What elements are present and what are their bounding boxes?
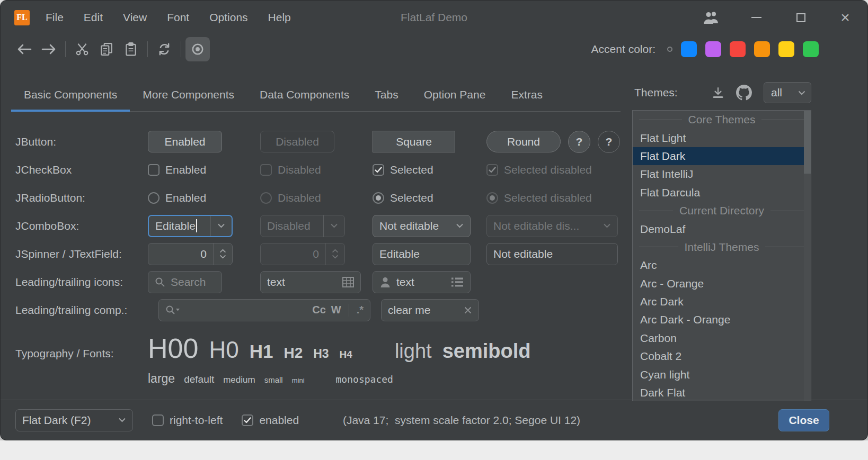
themes-separator: Core Themes	[633, 111, 811, 129]
spinner-buttons[interactable]	[213, 243, 232, 265]
tab-tabs[interactable]: Tabs	[362, 88, 411, 112]
leading-trailing-comp-row: Leading/trailing comp.: Cc W .* clear me	[15, 296, 625, 324]
accent-swatch-yellow[interactable]	[778, 41, 794, 57]
back-button[interactable]	[12, 37, 37, 61]
themes-separator: Current Directory	[633, 202, 811, 220]
theme-item-flat-light[interactable]: Flat Light	[633, 129, 811, 147]
themes-filter-value: all	[764, 86, 793, 99]
spinner-disabled: 0	[260, 243, 345, 265]
download-icon[interactable]	[712, 86, 724, 99]
users-icon[interactable]	[689, 1, 734, 34]
accent-swatch-red[interactable]	[730, 41, 746, 57]
look-and-feel-combobox[interactable]: Flat Dark (F2)	[15, 409, 133, 431]
accent-swatch-orange[interactable]	[754, 41, 770, 57]
square-button[interactable]: Square	[373, 131, 455, 152]
clear-icon[interactable]	[464, 306, 472, 314]
accent-swatch-green[interactable]	[803, 41, 819, 57]
enabled-checkbox[interactable]: enabled	[242, 414, 299, 427]
menu-edit[interactable]: Edit	[84, 11, 103, 24]
combobox-editable[interactable]: Editable	[148, 215, 233, 237]
enabled-button[interactable]: Enabled	[148, 131, 222, 152]
menu-file[interactable]: File	[46, 11, 64, 24]
theme-item-demolaf[interactable]: DemoLaf	[633, 220, 811, 238]
maximize-button[interactable]	[778, 1, 823, 34]
regex-toggle[interactable]: .*	[357, 304, 364, 316]
show-hidden-toggle-button[interactable]	[185, 37, 210, 61]
theme-item-arc[interactable]: Arc	[633, 256, 811, 274]
tab-option-pane[interactable]: Option Pane	[411, 88, 499, 112]
close-icon: ×	[840, 10, 850, 25]
typography-small: small	[264, 375, 283, 384]
forward-button[interactable]	[37, 37, 61, 61]
theme-item-arc-orange[interactable]: Arc - Orange	[633, 275, 811, 293]
menu-help[interactable]: Help	[268, 11, 291, 24]
theme-item-dark-flat[interactable]: Dark Flat	[633, 384, 811, 401]
themes-filter-combobox[interactable]: all	[764, 82, 811, 103]
github-icon[interactable]	[736, 85, 752, 101]
search-field[interactable]: Search	[148, 271, 222, 293]
themes-scrollbar[interactable]	[804, 111, 811, 401]
cut-button[interactable]	[70, 37, 94, 61]
combobox-not-editable[interactable]: Not editable	[373, 215, 471, 237]
theme-item-carbon[interactable]: Carbon	[633, 329, 811, 347]
text-field-with-user-and-list-icons[interactable]: text	[373, 271, 471, 293]
paste-button[interactable]	[119, 37, 143, 61]
spinner-enabled[interactable]: 0	[148, 243, 233, 265]
search-dropdown-icon[interactable]	[165, 305, 180, 315]
accent-color-picker: Accent color:	[591, 41, 819, 57]
tab-data-components[interactable]: Data Components	[247, 88, 362, 112]
radio-enabled[interactable]: Enabled	[148, 192, 260, 204]
checkbox-enabled[interactable]: Enabled	[148, 164, 260, 176]
tab-more-components[interactable]: More Components	[130, 88, 247, 112]
app-logo-icon: FL	[14, 10, 30, 25]
help-button-borderless[interactable]: ?	[598, 131, 620, 153]
tab-extras[interactable]: Extras	[498, 88, 555, 112]
checkbox-selected[interactable]: Selected	[373, 164, 486, 176]
themes-label: Themes:	[634, 86, 678, 99]
list-icon[interactable]	[451, 277, 464, 287]
textfield-editable[interactable]: Editable	[373, 243, 471, 265]
theme-item-arc-dark[interactable]: Arc Dark	[633, 293, 811, 311]
tab-bar: Basic Components More Components Data Co…	[1, 64, 631, 112]
tab-basic-components[interactable]: Basic Components	[11, 88, 130, 112]
menu-font[interactable]: Font	[167, 11, 189, 24]
whole-word-toggle[interactable]: W	[331, 304, 341, 316]
menu-view[interactable]: View	[123, 11, 147, 24]
checkbox-icon	[148, 164, 160, 176]
search-field-with-options[interactable]: Cc W .*	[158, 299, 370, 321]
typography-mini: mini	[292, 376, 305, 384]
radio-selected[interactable]: Selected	[373, 192, 486, 204]
theme-item-cyan-light[interactable]: Cyan light	[633, 365, 811, 383]
search-icon	[155, 277, 165, 287]
jcheckbox-label: JCheckBox	[15, 164, 148, 176]
accent-swatch-purple[interactable]	[705, 41, 721, 57]
clearable-text-field[interactable]: clear me	[381, 299, 479, 321]
copy-button[interactable]	[94, 37, 119, 61]
theme-item-flat-darcula[interactable]: Flat Darcula	[633, 184, 811, 202]
chevron-down-icon[interactable]	[210, 216, 232, 236]
match-case-toggle[interactable]: Cc	[312, 304, 326, 316]
typography-row: Typography / Fonts: H00 H0 H1 H2 H3 H4 l…	[15, 332, 625, 386]
help-button[interactable]: ?	[568, 131, 590, 153]
table-icon[interactable]	[342, 277, 354, 287]
theme-item-flat-dark[interactable]: Flat Dark	[633, 147, 811, 165]
round-button[interactable]: Round	[486, 131, 561, 152]
right-to-left-checkbox[interactable]: right-to-left	[152, 414, 223, 427]
theme-item-flat-intellij[interactable]: Flat IntelliJ	[633, 165, 811, 183]
checkbox-icon	[152, 414, 164, 426]
typography-light: light	[395, 340, 432, 363]
checkbox-checked-icon	[373, 164, 384, 176]
close-window-button[interactable]: ×	[823, 1, 867, 34]
typography-h4: H4	[340, 349, 352, 360]
chevron-down-icon	[111, 410, 132, 431]
themes-scrollbar-thumb[interactable]	[804, 111, 811, 174]
close-button[interactable]: Close	[778, 409, 829, 431]
text-field-with-table-icon[interactable]: text	[260, 271, 361, 293]
refresh-button[interactable]	[152, 37, 176, 61]
theme-item-arc-dark-orange[interactable]: Arc Dark - Orange	[633, 311, 811, 329]
menu-options[interactable]: Options	[209, 11, 247, 24]
minimize-button[interactable]	[734, 1, 778, 34]
theme-item-cobalt-2[interactable]: Cobalt 2	[633, 347, 811, 365]
accent-swatch-blue[interactable]	[681, 41, 697, 57]
status-bar: Flat Dark (F2) right-to-left enabled (Ja…	[1, 400, 867, 440]
